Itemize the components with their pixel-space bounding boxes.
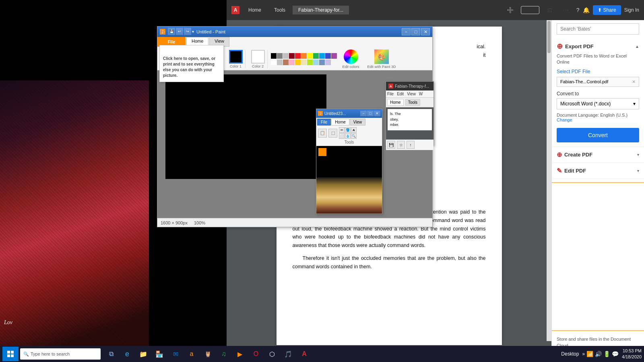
convert-button[interactable]: Convert xyxy=(557,128,639,142)
inner-upload-btn[interactable]: ↑ xyxy=(407,141,415,149)
file-explorer-icon[interactable]: 📁 xyxy=(136,347,151,361)
paint-close-btn[interactable]: ✕ xyxy=(421,28,430,35)
taskbar-search[interactable]: 🔍 Type here to search xyxy=(20,348,101,360)
color2-swatch[interactable] xyxy=(251,50,265,64)
vlc-icon[interactable]: ▶ xyxy=(233,347,247,361)
edit-colors-btn[interactable] xyxy=(344,49,358,64)
vertical-scrollbar[interactable] xyxy=(547,20,551,341)
paint-inner-select[interactable]: ⬚ xyxy=(328,129,337,138)
paint-inner-text[interactable]: A xyxy=(351,127,357,133)
color-silver[interactable] xyxy=(283,53,289,59)
color-gray[interactable] xyxy=(277,53,283,59)
color-black[interactable] xyxy=(271,53,277,59)
taskbar-icon-1[interactable]: ⬡ xyxy=(265,347,279,361)
paint-inner-titlebar: 🎨 Untitled23... − □ ✕ xyxy=(316,109,382,118)
inner-home-tab[interactable]: Home xyxy=(387,99,404,106)
inner-tools-tab[interactable]: Tools xyxy=(405,99,420,106)
tripadvisor-icon[interactable]: 🦉 xyxy=(200,347,215,361)
taskview-btn[interactable]: ⧉ xyxy=(104,347,118,361)
color-lightgray[interactable] xyxy=(277,60,283,65)
paint3d-label: Edit with Paint 3D xyxy=(367,65,396,69)
color-lavender[interactable] xyxy=(325,60,331,65)
color-lightblue[interactable] xyxy=(313,60,319,65)
paint-minimize-btn[interactable]: − xyxy=(402,28,411,35)
help-icon[interactable]: ? xyxy=(576,7,580,13)
fit-page-btn[interactable]: ⊡ xyxy=(544,4,555,16)
more-btn[interactable]: ⋯ xyxy=(560,4,572,16)
select-pdf-link[interactable]: Select PDF File xyxy=(557,69,639,74)
acrobat-taskbar-icon[interactable]: A xyxy=(297,347,312,361)
taskbar-icon-2[interactable]: 🎵 xyxy=(281,347,295,361)
paint-maximize-btn[interactable]: □ xyxy=(411,28,420,35)
inner-save-btn[interactable]: 💾 xyxy=(387,141,395,149)
remove-file-btn[interactable]: ✕ xyxy=(632,79,636,84)
color-red[interactable] xyxy=(295,53,301,59)
store-icon[interactable]: 🏪 xyxy=(152,347,167,361)
opera-icon[interactable]: O xyxy=(249,347,263,361)
start-button[interactable] xyxy=(2,347,19,361)
edit-pdf-section[interactable]: ✎ Edit PDF ▾ xyxy=(552,163,644,179)
paint-inner-canvas[interactable] xyxy=(316,146,382,214)
scrollbar-thumb[interactable] xyxy=(547,21,551,53)
color-purple[interactable] xyxy=(331,53,337,59)
inner-file-menu[interactable]: File xyxy=(387,92,394,96)
color-lime[interactable] xyxy=(307,60,313,65)
color-green[interactable] xyxy=(313,53,319,59)
taskbar-show-desktop[interactable]: Desktop xyxy=(561,351,579,357)
paint-inner-maximize[interactable]: □ xyxy=(367,111,374,116)
mail-icon[interactable]: ✉ xyxy=(168,347,183,361)
color-cream[interactable] xyxy=(301,60,307,65)
color-gold[interactable] xyxy=(295,60,301,65)
paint-inner-home-tab[interactable]: Home xyxy=(331,119,349,125)
search-input[interactable] xyxy=(557,23,639,35)
color-yellow[interactable] xyxy=(307,53,313,59)
color-pink[interactable] xyxy=(289,60,295,65)
change-lang-link[interactable]: Change xyxy=(557,117,572,122)
paint-inner-fill[interactable]: 🪣 xyxy=(345,127,351,133)
paint-inner-close[interactable]: ✕ xyxy=(374,111,380,116)
paint-inner-file-tab[interactable]: File xyxy=(317,119,331,125)
help-btn[interactable]: ➕ xyxy=(505,4,516,16)
sign-in-text[interactable]: Sign In xyxy=(624,7,639,13)
convert-dropdown[interactable]: Microsoft Word (*.docx) ▾ xyxy=(557,98,639,109)
spotify-icon[interactable]: ♫ xyxy=(217,347,231,361)
taskbar-expand-btn[interactable]: » xyxy=(582,351,585,357)
paint-inner-clipboard[interactable]: 📋 xyxy=(318,129,327,138)
bell-icon[interactable]: 🔔 xyxy=(583,7,590,13)
paint-file-tab[interactable]: File Paint Click here to open, save, or … xyxy=(157,37,186,47)
inner-edit-menu[interactable]: Edit xyxy=(397,92,404,96)
paint-dropdown-arrow[interactable]: ▾ xyxy=(192,29,194,34)
tab-home[interactable]: Home xyxy=(243,6,267,14)
share-button[interactable]: ⬆ Share xyxy=(593,5,621,15)
export-pdf-header[interactable]: ⊕ Export PDF ▲ xyxy=(557,42,639,51)
color1-swatch[interactable] xyxy=(229,50,243,64)
paint-canvas-black[interactable] xyxy=(165,74,326,179)
paint-inner-magnify[interactable]: 🔍 xyxy=(351,133,357,139)
color-darkred[interactable] xyxy=(289,53,295,59)
tab-document[interactable]: Fabian-Therapy-for... xyxy=(293,6,349,14)
inner-view-menu[interactable]: View xyxy=(407,92,416,96)
paint-inner-pencil[interactable]: ✏ xyxy=(339,127,345,133)
zoom-control[interactable]: 74% ▾ xyxy=(521,6,539,14)
color-brown[interactable] xyxy=(283,60,289,65)
color-darkblue[interactable] xyxy=(325,53,331,59)
color-blue[interactable] xyxy=(319,53,325,59)
edge-icon[interactable]: e xyxy=(120,347,134,361)
color-steelblue[interactable] xyxy=(319,60,325,65)
inner-more-menu[interactable]: W xyxy=(419,92,423,96)
paint-save-btn[interactable]: 💾 xyxy=(168,28,175,35)
paint-inner-eraser[interactable]: ⬜ xyxy=(339,133,345,139)
paint-redo-btn[interactable]: ↪ xyxy=(184,28,191,35)
paint-undo-btn[interactable]: ↩ xyxy=(176,28,183,35)
create-pdf-section[interactable]: ⊕ Create PDF ▾ xyxy=(552,147,644,163)
paint-inner-minimize[interactable]: − xyxy=(360,111,367,116)
color-orange[interactable] xyxy=(301,53,307,59)
paint3d-btn[interactable]: 🎨 xyxy=(374,49,389,64)
amazon-icon[interactable]: a xyxy=(184,347,199,361)
paint-inner-view-tab[interactable]: View xyxy=(350,119,366,125)
inner-star-btn[interactable]: ☆ xyxy=(397,141,405,149)
tab-tools[interactable]: Tools xyxy=(268,6,291,14)
taskbar-clock[interactable]: 10:53 PM 4/18/2020 xyxy=(622,348,642,360)
color-white[interactable] xyxy=(271,60,277,65)
paint-inner-eyedrop[interactable]: 💧 xyxy=(345,133,351,139)
